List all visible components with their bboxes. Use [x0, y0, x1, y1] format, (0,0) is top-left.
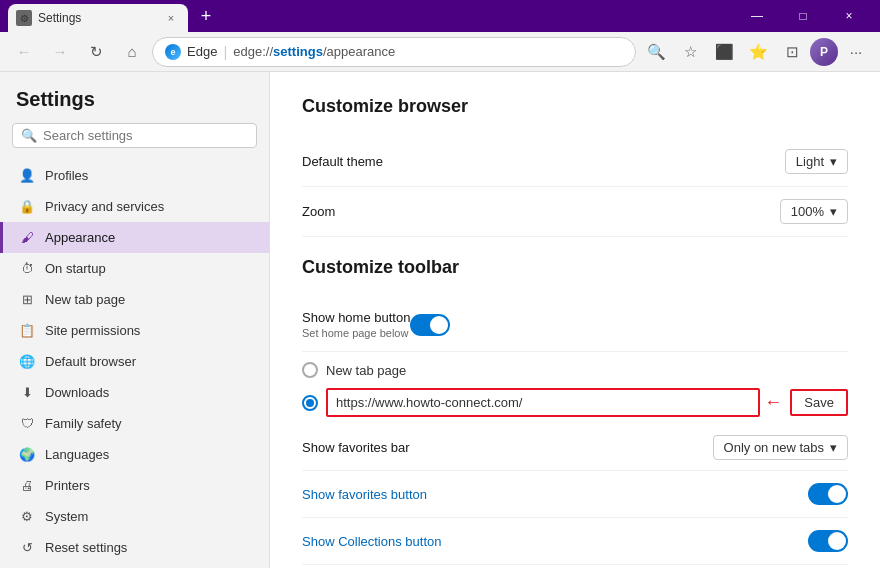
- zoom-dropdown[interactable]: 100% ▾: [780, 199, 848, 224]
- new-tab-page-label: New tab page: [326, 363, 406, 378]
- tab-close-button[interactable]: ×: [162, 9, 180, 27]
- sidebar-label-newtab: New tab page: [45, 292, 125, 307]
- sidebar-item-languages[interactable]: 🌍 Languages: [0, 439, 269, 470]
- sidebar-label-familysafety: Family safety: [45, 416, 122, 431]
- sidebar-title: Settings: [0, 88, 269, 123]
- tab-label: Settings: [38, 11, 81, 25]
- sidebar-item-printers[interactable]: 🖨 Printers: [0, 470, 269, 501]
- url-prefix: edge://: [233, 44, 273, 59]
- set-homepage-sublabel: Set home page below: [302, 327, 410, 339]
- address-text: edge://settings/appearance: [233, 44, 623, 59]
- sidebar-item-sitepermissions[interactable]: 📋 Site permissions: [0, 315, 269, 346]
- resetsettings-icon: ↺: [19, 540, 35, 555]
- zoom-row: Zoom 100% ▾: [302, 187, 848, 237]
- show-collections-button-toggle[interactable]: [808, 530, 848, 552]
- chevron-down-icon: ▾: [830, 154, 837, 169]
- sitepermissions-icon: 📋: [19, 323, 35, 338]
- sidebar-item-phonedevices[interactable]: 📱 Phone and other devices: [0, 563, 269, 568]
- sidebar-label-onstartup: On startup: [45, 261, 106, 276]
- new-tab-page-option[interactable]: New tab page: [302, 356, 848, 384]
- languages-icon: 🌍: [19, 447, 35, 462]
- media-icon[interactable]: ⬛: [708, 36, 740, 68]
- settings-tab[interactable]: ⚙ Settings ×: [8, 4, 188, 32]
- sidebar-item-familysafety[interactable]: 🛡 Family safety: [0, 408, 269, 439]
- window-controls: — □ ×: [734, 0, 872, 32]
- show-favorites-button-label[interactable]: Show favorites button: [302, 487, 808, 502]
- sidebar-item-defaultbrowser[interactable]: 🌐 Default browser: [0, 346, 269, 377]
- default-theme-value: Light: [796, 154, 824, 169]
- refresh-button[interactable]: ↻: [80, 36, 112, 68]
- profiles-icon: 👤: [19, 168, 35, 183]
- save-button[interactable]: Save: [790, 389, 848, 416]
- sidebar-item-privacy[interactable]: 🔒 Privacy and services: [0, 191, 269, 222]
- edge-logo-icon: e: [165, 44, 181, 60]
- url-arrow-icon: ←: [764, 392, 782, 413]
- maximize-button[interactable]: □: [780, 0, 826, 32]
- search-box[interactable]: 🔍: [12, 123, 257, 148]
- show-favorites-button-toggle[interactable]: [808, 483, 848, 505]
- url-radio[interactable]: [302, 395, 318, 411]
- privacy-icon: 🔒: [19, 199, 35, 214]
- familysafety-icon: 🛡: [19, 416, 35, 431]
- zoom-label: Zoom: [302, 204, 780, 219]
- sidebar-item-profiles[interactable]: 👤 Profiles: [0, 160, 269, 191]
- show-collections-button-row: Show Collections button: [302, 518, 848, 565]
- sidebar-item-onstartup[interactable]: ⏱ On startup: [0, 253, 269, 284]
- downloads-icon: ⬇: [19, 385, 35, 400]
- show-collections-button-label[interactable]: Show Collections button: [302, 534, 808, 549]
- edge-label: Edge: [187, 44, 217, 59]
- home-button[interactable]: ⌂: [116, 36, 148, 68]
- favorites-bar-value: Only on new tabs: [724, 440, 824, 455]
- minimize-button[interactable]: —: [734, 0, 780, 32]
- new-tab-button[interactable]: +: [192, 2, 220, 30]
- customize-browser-title: Customize browser: [302, 96, 848, 117]
- url-input-field[interactable]: [326, 388, 760, 417]
- sidebar-label-privacy: Privacy and services: [45, 199, 164, 214]
- favorites-icon[interactable]: ☆: [674, 36, 706, 68]
- profile-avatar[interactable]: P: [810, 38, 838, 66]
- show-home-button-row: Show home button Set home page below: [302, 298, 848, 352]
- sidebar-label-system: System: [45, 509, 88, 524]
- url-highlight: settings: [273, 44, 323, 59]
- sidebar-label-appearance: Appearance: [45, 230, 115, 245]
- collections-icon[interactable]: ⭐: [742, 36, 774, 68]
- title-bar: ⚙ Settings × + — □ ×: [0, 0, 880, 32]
- defaultbrowser-icon: 🌐: [19, 354, 35, 369]
- show-home-button-label-wrap: Show home button Set home page below: [302, 310, 410, 339]
- sidebar-item-appearance[interactable]: 🖌 Appearance: [0, 222, 269, 253]
- tab-area: ⚙ Settings × +: [8, 0, 734, 32]
- sidebar-label-resetsettings: Reset settings: [45, 540, 127, 555]
- content-area: Customize browser Default theme Light ▾ …: [270, 72, 880, 568]
- zoom-value: 100%: [791, 204, 824, 219]
- show-favorites-bar-row: Show favorites bar Only on new tabs ▾: [302, 425, 848, 471]
- url-suffix: /appearance: [323, 44, 395, 59]
- sidebar-item-system[interactable]: ⚙ System: [0, 501, 269, 532]
- default-theme-label: Default theme: [302, 154, 785, 169]
- back-button[interactable]: ←: [8, 36, 40, 68]
- search-icon[interactable]: 🔍: [640, 36, 672, 68]
- show-favorites-bar-label: Show favorites bar: [302, 440, 713, 455]
- main-layout: Settings 🔍 👤 Profiles 🔒 Privacy and serv…: [0, 72, 880, 568]
- sidebar-label-downloads: Downloads: [45, 385, 109, 400]
- browser-essentials-icon[interactable]: ⊡: [776, 36, 808, 68]
- zoom-chevron-icon: ▾: [830, 204, 837, 219]
- show-home-button-toggle[interactable]: [410, 314, 450, 336]
- sidebar-item-newtab[interactable]: ⊞ New tab page: [0, 284, 269, 315]
- address-input-wrap[interactable]: e Edge | edge://settings/appearance: [152, 37, 636, 67]
- default-theme-dropdown[interactable]: Light ▾: [785, 149, 848, 174]
- favorites-bar-chevron-icon: ▾: [830, 440, 837, 455]
- toolbar-icons: 🔍 ☆ ⬛ ⭐ ⊡ P ···: [640, 36, 872, 68]
- more-menu-icon[interactable]: ···: [840, 36, 872, 68]
- new-tab-radio[interactable]: [302, 362, 318, 378]
- forward-button[interactable]: →: [44, 36, 76, 68]
- sidebar-label-sitepermissions: Site permissions: [45, 323, 140, 338]
- url-option-row: ← Save: [302, 384, 848, 421]
- sidebar-item-downloads[interactable]: ⬇ Downloads: [0, 377, 269, 408]
- appearance-icon: 🖌: [19, 230, 35, 245]
- sidebar-item-resetsettings[interactable]: ↺ Reset settings: [0, 532, 269, 563]
- search-settings-input[interactable]: [43, 128, 248, 143]
- favorites-bar-dropdown[interactable]: Only on new tabs ▾: [713, 435, 848, 460]
- show-home-button-label: Show home button: [302, 310, 410, 325]
- close-button[interactable]: ×: [826, 0, 872, 32]
- sidebar-label-defaultbrowser: Default browser: [45, 354, 136, 369]
